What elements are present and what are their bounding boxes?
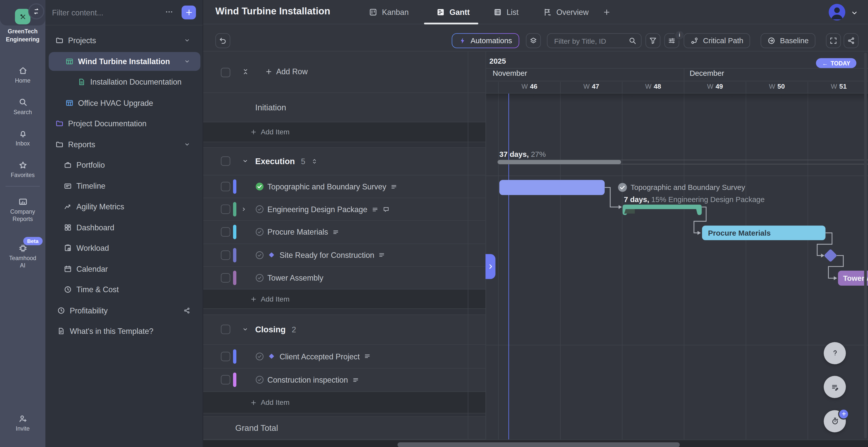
sidebar-item-installation-documentation[interactable]: Installation Documentation (45, 72, 203, 92)
select-all-checkbox[interactable] (221, 67, 230, 77)
table-row-add-item[interactable]: Add Item (203, 122, 486, 142)
milestone-site-ready[interactable] (824, 249, 837, 262)
task-title[interactable]: Engineering Design Package (268, 205, 368, 214)
task-status-check[interactable] (255, 352, 264, 361)
timer-button[interactable] (824, 410, 846, 432)
item-share-button[interactable] (183, 307, 190, 314)
add-tab-button[interactable] (603, 0, 611, 24)
task-checkbox[interactable] (221, 250, 230, 260)
bar-topographic-survey[interactable] (499, 180, 604, 195)
task-status-check[interactable] (255, 228, 264, 236)
group-sort-button[interactable] (311, 158, 318, 164)
task-status-check[interactable] (255, 376, 264, 384)
sidebar-item-projects[interactable]: Projects (45, 31, 203, 51)
add-row-button[interactable]: Add Row (265, 67, 308, 76)
rail-item-company[interactable]: CompanyReports (0, 197, 45, 223)
task-title[interactable]: Client Accepted Project (280, 352, 360, 361)
horizontal-scrollbar-thumb[interactable] (398, 442, 680, 447)
sidebar-item-dashboard[interactable]: Dashboard (45, 217, 203, 237)
fullscreen-button[interactable] (826, 33, 841, 48)
share-button[interactable] (844, 33, 859, 48)
rail-item-inbox[interactable]: Inbox (0, 129, 45, 147)
notes-button[interactable] (824, 376, 846, 398)
sidebar-item-reports[interactable]: Reports (45, 134, 203, 154)
view-settings-button[interactable]: i (664, 33, 679, 48)
sidebar-more-button[interactable] (165, 8, 173, 16)
item-chevron[interactable] (184, 58, 190, 64)
tab-gantt[interactable]: Gantt (436, 0, 470, 24)
timer-add-badge[interactable] (838, 408, 849, 419)
home-icon (18, 66, 27, 75)
today-button[interactable]: ← TODAY (816, 58, 857, 68)
automations-button[interactable]: Automations (452, 33, 520, 48)
task-checkbox[interactable] (221, 352, 230, 361)
add-item-button[interactable]: Add Item (250, 398, 290, 407)
sidebar-item-office-hvac-upgrade[interactable]: Office HVAC Upgrade (45, 93, 203, 113)
add-item-button[interactable]: Add Item (250, 128, 290, 136)
sidebar-item-portfolio[interactable]: Portfolio (45, 155, 203, 175)
user-avatar[interactable] (829, 4, 845, 21)
task-title[interactable]: Tower Assembly (268, 274, 323, 282)
table-row-group: Closing 2 (203, 315, 486, 345)
task-checkbox[interactable] (221, 227, 230, 237)
tab-list[interactable]: List (493, 0, 519, 24)
group-checkbox[interactable] (221, 157, 230, 166)
sidebar-item-calendar[interactable]: Calendar (45, 259, 203, 279)
tab-kanban[interactable]: Kanban (369, 0, 409, 24)
rail-item-favorites[interactable]: Favorites (0, 161, 45, 179)
item-chevron[interactable] (184, 37, 190, 44)
task-expand-chevron[interactable] (241, 206, 247, 213)
sidebar-add-button[interactable] (182, 5, 196, 20)
task-title[interactable]: Site Ready for Construction (280, 251, 374, 259)
sidebar-item-project-documentation[interactable]: Project Documentation (45, 114, 203, 133)
task-checkbox[interactable] (221, 273, 230, 282)
sidebar-item-wind-turbine-installation[interactable]: Wind Turbine Installation (45, 51, 203, 71)
expand-table-button[interactable] (486, 254, 495, 279)
rail-item-teamhood[interactable]: TeamhoodAI (0, 244, 45, 269)
workspace-switch-button[interactable] (28, 3, 44, 20)
sidebar-item-profitability[interactable]: Profitability (45, 300, 203, 320)
task-checkbox[interactable] (221, 182, 230, 191)
sidebar-item-timeline[interactable]: Timeline (45, 176, 203, 196)
collapse-all-button[interactable] (242, 68, 249, 75)
vertical-scrollbar-thumb[interactable] (864, 53, 867, 439)
week-label-48: W48 (637, 83, 670, 90)
critical-path-button[interactable]: Critical Path (684, 33, 750, 48)
rail-item-label: Favorites (0, 172, 45, 179)
sidebar-item-agility-metrics[interactable]: Agility Metrics (45, 196, 203, 217)
question-icon (831, 349, 839, 357)
help-button[interactable] (824, 342, 846, 364)
invite-button[interactable]: Invite (0, 414, 45, 433)
tab-overview[interactable]: Overview (543, 0, 589, 24)
gantt-view: 37 days, 27% Topographic and Boundary Su… (203, 51, 868, 447)
task-status-check[interactable] (255, 274, 264, 282)
workspace-rail: GreenTech Engineering HomeSearchInboxFav… (0, 0, 45, 447)
layers-button[interactable] (526, 33, 541, 48)
baseline-button[interactable]: Baseline (761, 33, 815, 48)
group-collapse-chevron[interactable] (242, 158, 248, 164)
table-row-add-item[interactable]: Add Item (203, 392, 486, 414)
add-item-button[interactable]: Add Item (250, 295, 290, 303)
group-checkbox[interactable] (221, 325, 230, 334)
rail-item-home[interactable]: Home (0, 66, 45, 84)
task-status-check[interactable] (255, 205, 264, 214)
rail-item-search[interactable]: Search (0, 97, 45, 116)
avatar-menu-chevron[interactable] (850, 9, 859, 17)
task-status-check[interactable] (255, 251, 264, 259)
task-title[interactable]: Topographic and Boundary Survey (268, 182, 386, 191)
task-status-check[interactable] (255, 182, 264, 191)
sidebar-item-workload[interactable]: Workload (45, 238, 203, 258)
filter-by-title-input[interactable] (553, 35, 624, 47)
task-checkbox[interactable] (221, 205, 230, 214)
filter-content-input[interactable] (51, 5, 153, 20)
task-title[interactable]: Construction inspection (268, 376, 348, 384)
group-collapse-chevron[interactable] (242, 326, 248, 333)
sidebar-item-time-cost[interactable]: Time & Cost (45, 280, 203, 299)
item-chevron[interactable] (184, 141, 190, 148)
sidebar-item-what-s-in-this-template-[interactable]: What's in this Template? (45, 321, 203, 341)
task-title[interactable]: Procure Materials (268, 228, 328, 236)
table-row-add-item[interactable]: Add Item (203, 289, 486, 309)
task-checkbox[interactable] (221, 375, 230, 385)
undo-button[interactable] (215, 33, 230, 48)
filter-button[interactable] (646, 33, 660, 48)
